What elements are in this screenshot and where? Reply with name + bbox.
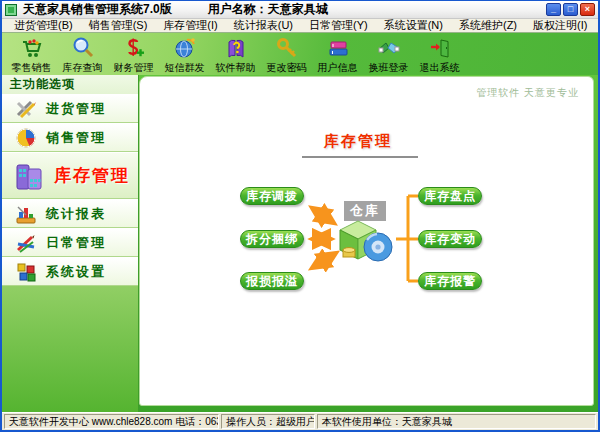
toolbar-item-label: 财务管理 [114, 61, 154, 75]
menu-item-sales[interactable]: 销售管理(S) [81, 18, 156, 33]
sidebar-item-label: 日常管理 [46, 234, 106, 252]
sidebar-item-sales[interactable]: 销售管理 [2, 123, 138, 152]
sales-pie-icon [14, 126, 38, 150]
toolbar-retail-sales[interactable]: 零售销售 [6, 34, 57, 75]
sidebar-item-label: 统计报表 [46, 205, 106, 223]
toolbar-exit[interactable]: 退出系统 [414, 34, 465, 75]
toolbar-item-label: 退出系统 [420, 61, 460, 75]
menu-item-reports[interactable]: 统计报表(U) [226, 18, 301, 33]
toolbar-item-label: 库存查询 [63, 61, 103, 75]
toolbar-item-label: 零售销售 [12, 61, 52, 75]
report-chart-icon [14, 202, 38, 226]
app-icon [5, 4, 17, 16]
sidebar-item-daily[interactable]: 日常管理 [2, 228, 138, 257]
stocktake-button[interactable]: 库存盘点 [418, 187, 482, 205]
sidebar-header: 主功能选项 [2, 75, 138, 94]
title-underline [302, 156, 418, 158]
sms-globe-icon [173, 36, 197, 60]
menu-item-ime[interactable]: 设置输入法(Z) [595, 18, 600, 33]
warehouse-icon [336, 217, 396, 263]
page-title: 库存管理 [310, 132, 406, 151]
settings-blocks-icon [14, 260, 38, 284]
toolbar-change-password[interactable]: 更改密码 [261, 34, 312, 75]
close-button[interactable]: × [580, 3, 595, 16]
daily-pencil-icon [14, 231, 38, 255]
sidebar-item-label: 库存管理 [54, 164, 130, 187]
toolbar-item-label: 更改密码 [267, 61, 307, 75]
help-book-icon [224, 36, 248, 60]
stock-alert-button[interactable]: 库存报警 [418, 272, 482, 290]
window-title: 天意家具销售管理系统7.0版 [23, 1, 172, 18]
sidebar-item-reports[interactable]: 统计报表 [2, 199, 138, 228]
window-controls: _ □ × [546, 3, 595, 16]
split-bundle-button[interactable]: 拆分捆绑 [240, 230, 304, 248]
toolbar-finance[interactable]: 财务管理 [108, 34, 159, 75]
status-developer: 天意软件开发中心 www.chle828.com 电话：0635-7987905… [4, 414, 219, 429]
app-window: 天意家具销售管理系统7.0版 用户名称：天意家具城 _ □ × 进货管理(B) … [0, 0, 600, 432]
menu-item-inventory[interactable]: 库存管理(I) [155, 18, 225, 33]
toolbar: 零售销售 库存查询 财务管理 短信群发 软件帮助 [2, 33, 598, 75]
inventory-transfer-button[interactable]: 库存调拨 [240, 187, 304, 205]
status-unit: 本软件使用单位：天意家具城 [317, 414, 596, 429]
sidebar-item-label: 进货管理 [46, 100, 106, 118]
sidebar: 主功能选项 进货管理 销售管理 库存管理 [2, 75, 139, 412]
menu-bar: 进货管理(B) 销售管理(S) 库存管理(I) 统计报表(U) 日常管理(Y) … [2, 19, 598, 33]
status-bar: 天意软件开发中心 www.chle828.com 电话：0635-7987905… [2, 412, 598, 430]
slogan-text: 管理软件 天意更专业 [476, 86, 579, 100]
sidebar-item-label: 系统设置 [46, 263, 106, 281]
toolbar-item-label: 换班登录 [369, 61, 409, 75]
titlebar-user-label: 用户名称：天意家具城 [208, 1, 328, 18]
cart-icon [20, 36, 44, 60]
toolbar-item-label: 用户信息 [318, 61, 358, 75]
sidebar-item-inventory[interactable]: 库存管理 [2, 152, 138, 199]
status-operator: 操作人员：超级用户 [221, 414, 315, 429]
finance-icon [122, 36, 146, 60]
content-panel: 管理软件 天意更专业 库存管理 库存调拨 拆分捆绑 报损报溢 [139, 76, 594, 406]
exit-door-icon [428, 36, 452, 60]
user-books-icon [326, 36, 350, 60]
toolbar-user-info[interactable]: 用户信息 [312, 34, 363, 75]
search-icon [71, 36, 95, 60]
menu-item-maintenance[interactable]: 系统维护(Z) [451, 18, 525, 33]
loss-overflow-button[interactable]: 报损报溢 [240, 272, 304, 290]
toolbar-item-label: 短信群发 [165, 61, 205, 75]
title-bar: 天意家具销售管理系统7.0版 用户名称：天意家具城 _ □ × [2, 1, 598, 19]
toolbar-item-label: 软件帮助 [216, 61, 256, 75]
restore-button[interactable]: □ [563, 3, 578, 16]
purchase-tools-icon [14, 97, 38, 121]
menu-item-settings[interactable]: 系统设置(N) [376, 18, 451, 33]
stock-change-button[interactable]: 库存变动 [418, 230, 482, 248]
toolbar-inventory-query[interactable]: 库存查询 [57, 34, 108, 75]
toolbar-help[interactable]: 软件帮助 [210, 34, 261, 75]
menu-item-purchase[interactable]: 进货管理(B) [6, 18, 81, 33]
key-icon [275, 36, 299, 60]
inventory-cabinet-icon [14, 160, 46, 192]
handshake-icon [377, 36, 401, 60]
sidebar-item-purchase[interactable]: 进货管理 [2, 94, 138, 123]
main-area: 主功能选项 进货管理 销售管理 库存管理 [2, 75, 598, 412]
menu-item-daily[interactable]: 日常管理(Y) [301, 18, 376, 33]
menu-item-copyright[interactable]: 版权注明(I) [525, 18, 595, 33]
toolbar-sms[interactable]: 短信群发 [159, 34, 210, 75]
sidebar-item-label: 销售管理 [46, 129, 106, 147]
sidebar-item-settings[interactable]: 系统设置 [2, 257, 138, 286]
minimize-button[interactable]: _ [546, 3, 561, 16]
toolbar-shift-login[interactable]: 换班登录 [363, 34, 414, 75]
